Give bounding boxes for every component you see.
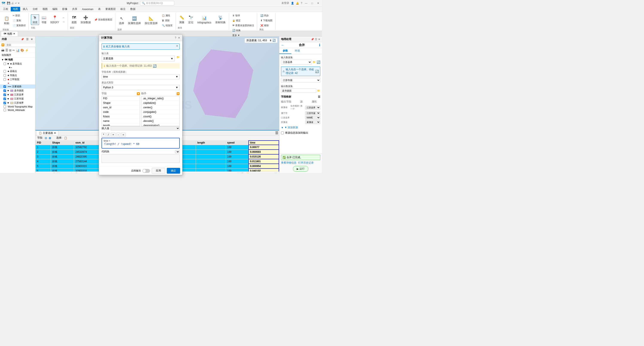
menu-analysis[interactable]: 分析 bbox=[30, 7, 40, 11]
cut-btn[interactable]: ✂ 剪切 bbox=[12, 13, 27, 18]
geo-close-btn[interactable]: ✕ bbox=[318, 38, 320, 41]
geo-output-folder-icon[interactable]: 📁 bbox=[317, 89, 320, 92]
op-minus[interactable]: - bbox=[116, 133, 120, 137]
menu-map[interactable]: 地图 bbox=[11, 7, 20, 11]
add-layer-btn[interactable]: 🏔 bbox=[1, 49, 4, 52]
paste-btn[interactable]: 📋 粘贴 bbox=[2, 15, 11, 26]
dialog-folder-icon[interactable]: 📁 bbox=[176, 56, 180, 61]
menu-edit[interactable]: 编辑 bbox=[50, 7, 60, 11]
menu-project[interactable]: 工程 bbox=[1, 7, 10, 11]
browse-btn[interactable]: 🖱 浏览 bbox=[31, 15, 39, 25]
pause-label-btn[interactable]: ⏸ 智停 bbox=[231, 13, 255, 18]
col-shape[interactable]: Shape bbox=[51, 140, 74, 145]
nav-prev[interactable]: ◀ bbox=[42, 173, 43, 173]
field-item-fid[interactable]: FID bbox=[102, 96, 140, 101]
minimize-btn[interactable]: — bbox=[304, 1, 308, 5]
helper-item-7[interactable]: .denominator() bbox=[142, 123, 180, 126]
geo-detail-link[interactable]: 查看详细信息 bbox=[281, 161, 296, 165]
zoom-minus[interactable]: − bbox=[259, 173, 261, 173]
helper-item-3[interactable]: .center() bbox=[142, 105, 180, 110]
attributes-btn[interactable]: 📋 属性 bbox=[161, 13, 174, 18]
menu-imagery[interactable]: 影像 bbox=[60, 7, 70, 11]
dialog-apply-btn[interactable]: 应用 bbox=[152, 168, 165, 173]
layer-item-county-area[interactable]: ▼ 县市级面 bbox=[0, 89, 35, 93]
convert-btn[interactable]: 🔄 转换 bbox=[231, 28, 255, 33]
layer-item-jiangsu-province[interactable]: ▼ 江苏省界 bbox=[0, 101, 35, 105]
op-divide[interactable]: / bbox=[106, 133, 110, 137]
layer-item-city-point[interactable]: 县级点 bbox=[0, 69, 35, 73]
locate-btn[interactable]: 🔭 定位 bbox=[187, 15, 195, 25]
dialog-close-icon[interactable]: ✕ bbox=[178, 36, 180, 39]
layer-item-county-point[interactable]: ▼ 县市级点 bbox=[0, 62, 35, 66]
nav-first[interactable]: |◀ bbox=[37, 173, 40, 173]
view-unplaced-btn[interactable]: 👁 查看未放置的标注 bbox=[231, 23, 255, 28]
table-menu-btn[interactable]: ☰ bbox=[275, 131, 278, 135]
basemap-btn[interactable]: 🗺 底图 bbox=[70, 15, 78, 25]
geo-menu-btn[interactable]: ☰ bbox=[315, 38, 317, 41]
layer-search-input[interactable] bbox=[5, 43, 37, 47]
helper-item-4[interactable]: .conjugate() bbox=[142, 110, 180, 114]
geo-checkbox[interactable] bbox=[281, 131, 284, 134]
geo-back-btn[interactable]: ← bbox=[281, 43, 284, 47]
pause-icon[interactable]: ⏸ bbox=[269, 39, 272, 42]
layer-item-city-dot[interactable]: 市级点 bbox=[0, 73, 35, 77]
panel-close-btn[interactable]: ✕ bbox=[30, 38, 34, 41]
field-hide-btn[interactable]: ▦ bbox=[49, 136, 51, 139]
geo-input-folder-icon[interactable]: 📁 bbox=[312, 61, 316, 64]
layer-item-hillshade[interactable]: World_Hillshade bbox=[0, 108, 35, 112]
dialog-info-close-btn[interactable]: ✕ bbox=[176, 45, 178, 48]
dialog-refresh-btn[interactable]: 🔄 bbox=[153, 64, 156, 68]
menu-table[interactable]: 表 bbox=[96, 7, 103, 11]
field-show-btn[interactable]: ▤ bbox=[45, 136, 47, 139]
dialog-field-name-select[interactable]: time ▼ bbox=[102, 74, 180, 79]
layer-item-jiangsu-city[interactable]: ▼ 江苏市届 bbox=[0, 97, 35, 101]
refresh-icon[interactable]: 🔄 bbox=[272, 39, 276, 42]
notification-icon[interactable]: 🔔 bbox=[296, 2, 299, 5]
geo-input-select[interactable]: 江苏县界 bbox=[281, 60, 312, 65]
layer-item-world-topo[interactable]: World Topographic Map bbox=[0, 105, 35, 108]
edit-layer-btn[interactable]: ✏ bbox=[12, 49, 15, 52]
nav-back-btn[interactable]: ← bbox=[62, 16, 66, 20]
goto-xy-btn[interactable]: 📍 转到XY bbox=[49, 15, 60, 25]
map-tab-close[interactable]: ✕ bbox=[13, 32, 15, 35]
layer-check-city-point[interactable] bbox=[4, 70, 6, 73]
op-plus[interactable]: + bbox=[111, 133, 116, 137]
close-btn[interactable]: ✕ bbox=[316, 1, 320, 5]
magic-layer-btn[interactable]: ⚡ bbox=[25, 49, 28, 52]
field-item-fclass[interactable]: fclass bbox=[102, 114, 140, 119]
op-multiply[interactable]: * bbox=[102, 133, 106, 137]
select-btn[interactable]: ↖ 选择 bbox=[118, 15, 126, 26]
geo-tab-env[interactable]: 环境 bbox=[291, 48, 303, 54]
geo-map-src-3[interactable]: NAME bbox=[305, 116, 320, 119]
db-layer-btn[interactable]: 🗄 bbox=[5, 49, 8, 52]
layer-item-map[interactable]: ▼ 🗺 地图 bbox=[0, 58, 35, 62]
field-item-name[interactable]: name bbox=[102, 119, 140, 123]
layer-check-hospital[interactable] bbox=[4, 78, 6, 81]
field-item-shape[interactable]: Shape bbox=[102, 101, 140, 105]
enable-undo-toggle[interactable] bbox=[142, 169, 150, 173]
nav-last[interactable]: ▶| bbox=[49, 173, 51, 173]
helper-item-1[interactable]: .as_integer_ratio() bbox=[142, 96, 180, 101]
menu-feature-layer[interactable]: 要素图层 bbox=[103, 7, 118, 11]
field-item-osmid[interactable]: osm_id bbox=[102, 105, 140, 110]
geo-input2-select[interactable]: 江苏市届 bbox=[281, 78, 320, 83]
filter-icon[interactable]: 🔽 bbox=[246, 173, 249, 173]
copy-path-btn[interactable]: 📄 复制路径 bbox=[12, 23, 27, 28]
geo-mapping-menu-icon[interactable]: ☰ bbox=[318, 95, 320, 98]
layer-item-county-dot[interactable]: • bbox=[0, 66, 35, 69]
layer-check-county-area[interactable] bbox=[4, 89, 6, 92]
loc-select-btn[interactable]: 📐 按位置选择 bbox=[143, 15, 159, 26]
col-length[interactable]: length bbox=[196, 140, 226, 145]
calc-field-dialog[interactable]: 计算字段 ? ✕ ℹ 此工具会修改 输入表 ✕ 输入表 主要道路 ▼ bbox=[99, 34, 182, 173]
layer-check-world-topo[interactable] bbox=[4, 105, 6, 108]
dialog-input-table-select[interactable]: 主要道路 ▼ bbox=[102, 56, 175, 61]
dialog-expr-type-select[interactable]: Python 3 ▼ bbox=[102, 85, 180, 90]
selection-show-btn[interactable]: 📋 bbox=[64, 136, 67, 139]
dialog-ok-btn[interactable]: 确定 bbox=[167, 168, 180, 173]
geo-add-source-btn[interactable]: ▼ ▼ 添加新源 bbox=[281, 126, 320, 129]
measure-btn[interactable]: 📏 测量 bbox=[178, 15, 186, 25]
zoom-plus[interactable]: + bbox=[271, 173, 272, 173]
menu-data[interactable]: 数据 bbox=[128, 7, 138, 11]
menu-share[interactable]: 共享 bbox=[70, 7, 80, 11]
helper-filter-icon[interactable]: 🔽 bbox=[176, 92, 180, 95]
